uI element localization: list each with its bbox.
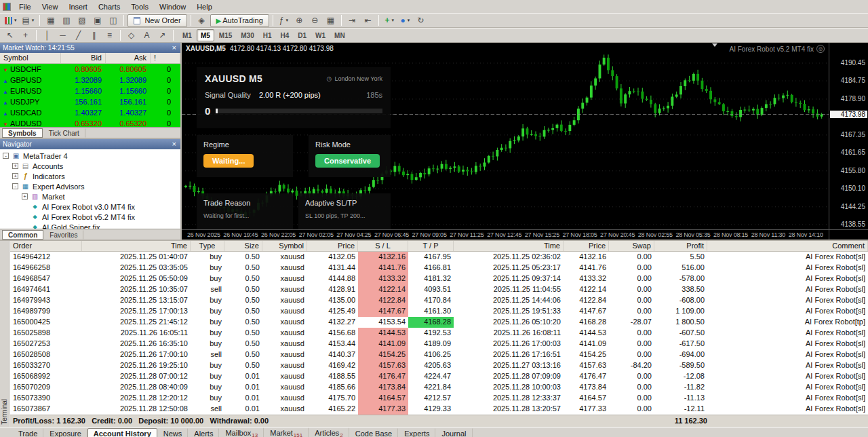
zoom-in-button[interactable]: ⊕ bbox=[292, 14, 307, 27]
expand-icon[interactable]: + bbox=[12, 163, 18, 169]
column-header-s-l-6[interactable]: S / L bbox=[358, 241, 408, 251]
expand-icon[interactable]: + bbox=[12, 173, 18, 179]
tree-item-market[interactable]: +▥Market bbox=[0, 191, 180, 202]
menu-charts[interactable]: Charts bbox=[93, 2, 125, 12]
column-header-time-8[interactable]: Time bbox=[454, 241, 564, 251]
collapse-icon[interactable]: - bbox=[3, 153, 9, 159]
refresh-button[interactable]: ↻ bbox=[414, 14, 428, 27]
navigator-tab-common[interactable]: Common bbox=[2, 230, 43, 240]
terminal-tab-exposure[interactable]: Exposure bbox=[43, 428, 87, 437]
add-indicator-button[interactable]: +▾ bbox=[382, 14, 397, 27]
history-row-165027253[interactable]: 1650272532025.11.26 16:35:10buy0.50xauus… bbox=[10, 339, 868, 349]
menu-view[interactable]: View bbox=[37, 2, 64, 12]
trendline-button[interactable]: ╱ bbox=[71, 29, 85, 42]
market-watch-tab-tick-chart[interactable]: Tick Chart bbox=[43, 128, 85, 138]
timeframe-w1[interactable]: W1 bbox=[311, 29, 330, 41]
market-watch-row-gbpusd[interactable]: ▲GBPUSD1.320891.320890 bbox=[0, 75, 180, 86]
column-header-bid[interactable]: Bid bbox=[61, 53, 106, 63]
ea-smiley-icon[interactable]: ☺ bbox=[816, 45, 825, 53]
terminal-tab-account-history[interactable]: Account History bbox=[87, 428, 157, 437]
history-row-164974641[interactable]: 1649746412025.11.25 10:35:07sell0.50xauu… bbox=[10, 284, 868, 295]
column-header-order-0[interactable]: Order bbox=[10, 241, 82, 251]
terminal-tab-code-base[interactable]: Code Base bbox=[349, 428, 398, 437]
column-header-ask[interactable]: Ask bbox=[106, 53, 151, 63]
history-row-165070209[interactable]: 1650702092025.11.28 08:40:09buy0.01xauus… bbox=[10, 382, 868, 393]
menu-insert[interactable]: Insert bbox=[63, 2, 93, 12]
close-icon[interactable]: × bbox=[171, 141, 178, 147]
time-axis[interactable]: 26 Nov 202526 Nov 19:4526 Nov 22:0527 No… bbox=[182, 229, 829, 240]
history-row-164966258[interactable]: 1649662582025.11.25 03:35:05buy0.50xauus… bbox=[10, 263, 868, 273]
terminal-tab-news[interactable]: News bbox=[157, 428, 189, 437]
expand-icon[interactable]: + bbox=[22, 193, 28, 200]
column-header-type-2[interactable]: Type bbox=[191, 241, 224, 251]
tree-item-ai-gold-sniper-fix[interactable]: ◆AI Gold Sniper fix bbox=[0, 222, 180, 229]
column-header-comment-12[interactable]: Comment bbox=[707, 241, 868, 251]
column-header-profit-11[interactable]: Profit bbox=[654, 241, 707, 251]
menu-tools[interactable]: Tools bbox=[125, 2, 154, 12]
market-watch-row-usdcad[interactable]: ▲USDCAD1.403271.403270 bbox=[0, 107, 180, 118]
history-row-165028508[interactable]: 1650285082025.11.26 17:00:10sell0.50xauu… bbox=[10, 349, 868, 360]
history-row-165025898[interactable]: 1650258982025.11.26 16:05:11buy0.50xauus… bbox=[10, 328, 868, 339]
market-watch-tab-symbols[interactable]: Symbols bbox=[2, 128, 43, 138]
history-row-164964212[interactable]: 1649642122025.11.25 01:40:07buy0.50xauus… bbox=[10, 252, 868, 263]
navigator-toggle[interactable]: ▧ bbox=[75, 14, 89, 27]
market-watch-row-usdchf[interactable]: ▼USDCHF0.806050.806050 bbox=[0, 64, 180, 75]
menu-help[interactable]: Help bbox=[191, 2, 218, 12]
menu-window[interactable]: Window bbox=[154, 2, 191, 12]
close-icon[interactable]: × bbox=[171, 45, 178, 51]
column-header-size-3[interactable]: Size bbox=[224, 241, 262, 251]
column-header-price-5[interactable]: Price bbox=[307, 241, 358, 251]
market-watch-row-eurusd[interactable]: ▲EURUSD1.156601.156600 bbox=[0, 86, 180, 96]
history-row-164968547[interactable]: 1649685472025.11.25 05:50:09buy0.50xauus… bbox=[10, 273, 868, 284]
tree-item-indicators[interactable]: +ƒIndicators bbox=[0, 171, 180, 181]
menu-file[interactable]: File bbox=[14, 2, 37, 12]
tree-item-metatrader-4[interactable]: -▣MetaTrader 4 bbox=[0, 151, 180, 161]
crosshair-button[interactable]: + bbox=[18, 29, 33, 42]
tree-item-expert-advisors[interactable]: -▦Expert Advisors bbox=[0, 181, 180, 191]
history-row-165000425[interactable]: 1650004252025.11.25 21:45:12buy0.50xauus… bbox=[10, 317, 868, 328]
chart-plot[interactable]: XAUUSD,M54172.80 4174.13 4172.80 4173.98… bbox=[182, 43, 829, 229]
market-watch-row-audusd[interactable]: ▼AUDUSD0.653200.653200 bbox=[0, 118, 180, 127]
history-row-165073390[interactable]: 1650733902025.11.28 12:20:12buy0.01xauus… bbox=[10, 393, 868, 404]
column-header-price-9[interactable]: Price bbox=[564, 241, 609, 251]
market-watch-toggle[interactable]: ▦ bbox=[43, 14, 58, 27]
timeframe-h4[interactable]: H4 bbox=[277, 29, 294, 41]
channel-button[interactable]: ∥ bbox=[87, 29, 101, 42]
horizontal-line-button[interactable]: ─ bbox=[56, 29, 70, 42]
autotrading-button[interactable]: ▶AutoTrading bbox=[210, 14, 269, 27]
profiles-button[interactable]: ▤▾ bbox=[20, 14, 37, 27]
timeframe-m15[interactable]: M15 bbox=[215, 29, 236, 41]
market-watch-row-usdjpy[interactable]: ▲USDJPY156.161156.1610 bbox=[0, 96, 180, 107]
column-header-symbol[interactable]: Symbol bbox=[0, 53, 61, 63]
tile-windows-button[interactable]: ▦ bbox=[323, 14, 338, 27]
zoom-out-button[interactable]: ⊖ bbox=[308, 14, 322, 27]
regime-status-button[interactable]: Waiting... bbox=[203, 154, 254, 168]
terminal-tab-mailbox[interactable]: Mailbox13 bbox=[219, 428, 264, 437]
terminal-tab-journal[interactable]: Journal bbox=[435, 428, 472, 437]
timeframe-d1[interactable]: D1 bbox=[294, 29, 311, 41]
vertical-line-button[interactable]: │ bbox=[40, 29, 54, 42]
fibonacci-button[interactable]: ≡ bbox=[102, 29, 117, 42]
auto-scroll-toggle[interactable]: ⇥ bbox=[345, 14, 359, 27]
timeframe-h1[interactable]: H1 bbox=[259, 29, 276, 41]
column-header-swap-10[interactable]: Swap bbox=[609, 241, 654, 251]
collapse-icon[interactable]: - bbox=[12, 183, 18, 189]
chart-shift-toggle[interactable]: ⇤ bbox=[361, 14, 375, 27]
shapes-button[interactable]: ◇ bbox=[124, 29, 138, 42]
history-row-165033270[interactable]: 1650332702025.11.26 19:25:10buy0.50xauus… bbox=[10, 360, 868, 371]
new-chart-button[interactable]: ▾ bbox=[3, 14, 19, 27]
column-header-symbol-4[interactable]: Symbol bbox=[262, 241, 307, 251]
terminal-tab-articles[interactable]: Articles2 bbox=[309, 428, 349, 437]
navigator-tab-favorites[interactable]: Favorites bbox=[43, 230, 83, 240]
column-header-t-p-7[interactable]: T / P bbox=[408, 241, 454, 251]
text-button[interactable]: A bbox=[140, 29, 154, 42]
price-axis[interactable]: 4190.454184.754178.904173.984167.354161.… bbox=[829, 43, 868, 229]
history-row-165068992[interactable]: 1650689922025.11.28 07:00:12buy0.01xauus… bbox=[10, 371, 868, 382]
cursor-button[interactable]: ↖ bbox=[3, 29, 17, 42]
tree-item-accounts[interactable]: +▤Accounts bbox=[0, 161, 180, 171]
timeframe-mn[interactable]: MN bbox=[330, 29, 349, 41]
strategy-tester-toggle[interactable]: ◫ bbox=[106, 14, 120, 27]
market-watch-titlebar[interactable]: Market Watch: 14:21:55 × bbox=[0, 43, 180, 53]
tree-item-ai-forex-robot-v3-0-mt4-fix[interactable]: ◆AI Forex Robot v3.0 MT4 fix bbox=[0, 202, 180, 212]
history-row-164979943[interactable]: 1649799432025.11.25 13:15:07buy0.50xauus… bbox=[10, 295, 868, 306]
